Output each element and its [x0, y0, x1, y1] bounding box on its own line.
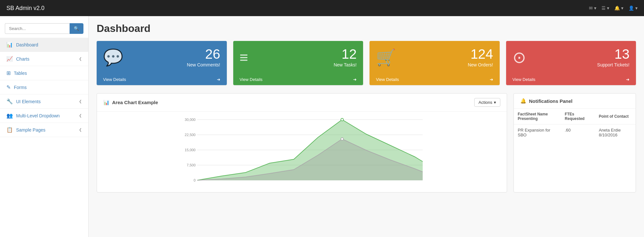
notifications-panel-header: 🔔 Notifications Panel — [514, 94, 636, 109]
chart-panel: 📊 Area Chart Example Actions ▾ — [97, 93, 507, 193]
layout: 🔍 📊 Dashboard 📈 Charts ❮ ⊞ Tables ✎ — [0, 16, 644, 237]
mail-icon: ✉ — [589, 5, 593, 11]
charts-icon: 📈 — [6, 56, 13, 62]
notifications-panel: 🔔 Notifications Panel FactSheet Name Pre… — [514, 93, 636, 193]
search-button[interactable]: 🔍 — [70, 23, 83, 34]
svg-point-13 — [341, 138, 343, 140]
page-title: Dashboard — [97, 23, 636, 35]
forms-icon: ✎ — [6, 84, 11, 90]
sidebar-item-sample-pages[interactable]: 📋 Sample Pages ❮ — [0, 123, 88, 137]
orders-count: 124 — [468, 47, 493, 61]
tickets-label: Support Tickets! — [597, 62, 630, 67]
notif-row-ftes: .60 — [561, 124, 595, 141]
dashboard-icon: 📊 — [6, 42, 13, 48]
sidebar-label-multi-level: Multi-Level Dropdown — [16, 113, 60, 118]
svg-text:15,000: 15,000 — [185, 148, 196, 152]
notif-col-contact: Point of Contact — [595, 109, 636, 124]
sidebar-search: 🔍 — [0, 19, 88, 38]
tasks-label: New Tasks! — [334, 62, 357, 67]
chart-svg: 30,000 22,500 15,000 7,500 0 — [102, 116, 502, 187]
tasks-chevron: ▾ — [607, 5, 609, 11]
sample-pages-chevron-icon: ❮ — [79, 128, 82, 132]
notif-row-name: PR Expansion for SBO — [514, 124, 561, 141]
actions-button[interactable]: Actions ▾ — [474, 98, 500, 107]
stat-card-orders: 🛒 124 New Orders! View Details ➜ — [370, 41, 500, 85]
tasks-count: 12 — [334, 47, 357, 61]
orders-view-details[interactable]: View Details ➜ — [370, 74, 500, 85]
notifications-title: 🔔 Notifications Panel — [520, 98, 572, 104]
comments-footer-arrow-icon: ➜ — [217, 77, 220, 82]
charts-chevron-icon: ❮ — [79, 57, 82, 61]
multi-level-icon: 👥 — [6, 113, 13, 119]
sidebar-item-forms[interactable]: ✎ Forms — [0, 80, 88, 94]
svg-text:0: 0 — [194, 178, 196, 182]
notif-col-ftes: FTEs Requested — [561, 109, 595, 124]
notif-col-name: FactSheet Name Presenting — [514, 109, 561, 124]
table-row: PR Expansion for SBO .60 Aneta Erdie 8/1… — [514, 124, 636, 141]
mail-nav-button[interactable]: ✉ ▾ — [589, 5, 596, 11]
search-icon: 🔍 — [74, 26, 79, 31]
top-nav-right: ✉ ▾ ☰ ▾ 🔔 ▾ 👤 ▾ — [589, 5, 638, 11]
stat-card-tasks: ≡ 12 New Tasks! View Details ➜ — [233, 41, 363, 85]
notif-row-contact: Aneta Erdie 8/10/2016 — [595, 124, 636, 141]
user-icon: 👤 — [629, 5, 634, 11]
search-input[interactable] — [5, 23, 70, 34]
sidebar-label-charts: Charts — [16, 56, 29, 62]
sidebar-item-ui-elements[interactable]: 🔧 UI Elements ❮ — [0, 94, 88, 109]
sidebar: 🔍 📊 Dashboard 📈 Charts ❮ ⊞ Tables ✎ — [0, 16, 89, 237]
tickets-view-details[interactable]: View Details ➜ — [506, 74, 636, 85]
notifications-table: FactSheet Name Presenting FTEs Requested… — [514, 109, 636, 141]
alerts-chevron: ▾ — [621, 5, 623, 11]
user-chevron: ▾ — [635, 5, 638, 11]
comments-label: New Comments! — [187, 62, 220, 67]
notifications-panel-body: FactSheet Name Presenting FTEs Requested… — [514, 109, 636, 141]
svg-text:22,500: 22,500 — [185, 133, 196, 137]
sidebar-label-dashboard: Dashboard — [16, 42, 38, 47]
notifications-bell-icon: 🔔 — [520, 98, 526, 104]
comments-icon: 💬 — [103, 48, 123, 67]
orders-icon: 🛒 — [376, 48, 396, 67]
sidebar-label-sample-pages: Sample Pages — [16, 127, 45, 133]
notifications-table-header-row: FactSheet Name Presenting FTEs Requested… — [514, 109, 636, 124]
sidebar-item-tables[interactable]: ⊞ Tables — [0, 66, 88, 80]
tickets-count: 13 — [597, 47, 630, 61]
tickets-icon: ⊙ — [513, 48, 526, 67]
sidebar-item-multi-level[interactable]: 👥 Multi-Level Dropdown ❮ — [0, 109, 88, 123]
comments-view-details[interactable]: View Details ➜ — [97, 74, 227, 85]
user-nav-button[interactable]: 👤 ▾ — [629, 5, 638, 11]
alerts-nav-button[interactable]: 🔔 ▾ — [614, 5, 623, 11]
list-icon: ☰ — [601, 5, 606, 11]
comments-count: 26 — [187, 47, 220, 61]
tasks-view-details[interactable]: View Details ➜ — [233, 74, 363, 85]
sidebar-label-ui-elements: UI Elements — [16, 99, 41, 104]
bell-icon: 🔔 — [614, 5, 620, 11]
tasks-icon: ≡ — [240, 49, 247, 66]
bottom-section: 📊 Area Chart Example Actions ▾ — [97, 93, 636, 193]
chart-container: 30,000 22,500 15,000 7,500 0 — [102, 116, 502, 187]
stat-card-comments: 💬 26 New Comments! View Details ➜ — [97, 41, 227, 85]
tables-icon: ⊞ — [6, 70, 11, 76]
actions-chevron-icon: ▾ — [494, 100, 496, 105]
ui-elements-icon: 🔧 — [6, 98, 13, 104]
top-nav: SB Admin v2.0 ✉ ▾ ☰ ▾ 🔔 ▾ 👤 ▾ — [0, 0, 644, 16]
ui-elements-chevron-icon: ❮ — [79, 99, 82, 104]
tasks-footer-arrow-icon: ➜ — [353, 77, 357, 82]
chart-title-icon: 📊 — [103, 100, 110, 105]
chart-panel-header: 📊 Area Chart Example Actions ▾ — [97, 94, 507, 112]
orders-label: New Orders! — [468, 62, 493, 67]
chart-title: 📊 Area Chart Example — [103, 100, 158, 105]
sidebar-label-forms: Forms — [14, 85, 27, 90]
multi-level-chevron-icon: ❮ — [79, 114, 82, 118]
sidebar-label-tables: Tables — [14, 71, 27, 76]
tasks-nav-button[interactable]: ☰ ▾ — [601, 5, 609, 11]
svg-point-11 — [341, 118, 343, 121]
brand-label: SB Admin v2.0 — [6, 5, 44, 12]
svg-text:7,500: 7,500 — [187, 163, 196, 167]
svg-text:30,000: 30,000 — [185, 118, 196, 122]
sidebar-item-dashboard[interactable]: 📊 Dashboard — [0, 38, 88, 52]
sidebar-item-charts[interactable]: 📈 Charts ❮ — [0, 52, 88, 66]
stat-card-tickets: ⊙ 13 Support Tickets! View Details ➜ — [506, 41, 636, 85]
mail-chevron: ▾ — [594, 5, 596, 11]
chart-panel-body: 30,000 22,500 15,000 7,500 0 — [97, 112, 507, 192]
main-content: Dashboard 💬 26 New Comments! View Detail… — [89, 16, 644, 237]
